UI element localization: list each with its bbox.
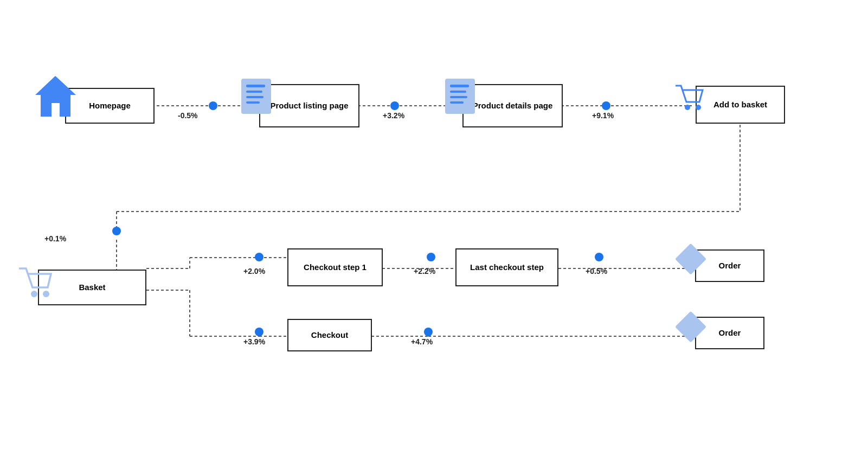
connector-lines bbox=[0, 0, 868, 474]
basket-node[interactable]: Basket bbox=[38, 270, 146, 305]
listing-icon-2 bbox=[442, 76, 478, 119]
pct-label-8: +3.9% bbox=[243, 337, 265, 346]
svg-rect-33 bbox=[450, 96, 467, 98]
home-icon bbox=[33, 73, 79, 122]
svg-rect-34 bbox=[450, 101, 464, 104]
checkout-step1-node[interactable]: Checkout step 1 bbox=[287, 248, 383, 286]
pct-label-7: +0.5% bbox=[586, 267, 607, 276]
svg-rect-27 bbox=[246, 91, 262, 93]
svg-rect-31 bbox=[450, 85, 469, 87]
svg-rect-40 bbox=[675, 311, 706, 343]
add-to-basket-node[interactable]: Add to basket bbox=[696, 86, 785, 124]
svg-point-38 bbox=[43, 291, 49, 297]
dot-9 bbox=[424, 328, 433, 336]
last-checkout-node[interactable]: Last checkout step bbox=[455, 248, 558, 286]
product-listing-node[interactable]: Product listing page bbox=[259, 84, 359, 127]
dot-5 bbox=[255, 253, 263, 261]
checkout-label: Checkout bbox=[306, 325, 353, 345]
flow-diagram: Homepage Product listing page Product de… bbox=[0, 0, 868, 474]
diamond-icon-1 bbox=[673, 241, 709, 279]
pct-label-4: +0.1% bbox=[44, 234, 66, 243]
order2-label: Order bbox=[713, 323, 747, 343]
product-details-label: Product details page bbox=[467, 96, 558, 116]
product-listing-label: Product listing page bbox=[265, 96, 353, 116]
cart-icon bbox=[671, 80, 706, 116]
add-to-basket-label: Add to basket bbox=[708, 95, 773, 114]
dot-6 bbox=[427, 253, 435, 261]
checkout-node[interactable]: Checkout bbox=[287, 319, 372, 351]
svg-point-37 bbox=[31, 291, 37, 297]
dot-3 bbox=[602, 101, 610, 110]
diamond-icon-2 bbox=[673, 309, 709, 347]
dot-4 bbox=[112, 227, 121, 235]
dot-1 bbox=[209, 101, 217, 110]
pct-label-3: +9.1% bbox=[592, 111, 614, 120]
dot-7 bbox=[595, 253, 603, 261]
order1-label: Order bbox=[713, 256, 747, 276]
svg-rect-29 bbox=[246, 101, 260, 104]
basket-label: Basket bbox=[73, 278, 111, 297]
svg-rect-26 bbox=[246, 85, 265, 87]
homepage-label: Homepage bbox=[83, 96, 136, 116]
svg-point-35 bbox=[685, 105, 690, 110]
basket-icon bbox=[16, 260, 54, 301]
dot-2 bbox=[390, 101, 399, 110]
pct-label-2: +3.2% bbox=[383, 111, 404, 120]
last-checkout-label: Last checkout step bbox=[465, 258, 549, 277]
svg-marker-24 bbox=[35, 76, 76, 117]
pct-label-1: -0.5% bbox=[178, 111, 198, 120]
pct-label-5: +2.0% bbox=[243, 267, 265, 276]
svg-rect-28 bbox=[246, 96, 263, 98]
pct-label-9: +4.7% bbox=[411, 337, 433, 346]
checkout-step1-label: Checkout step 1 bbox=[298, 258, 372, 277]
svg-rect-39 bbox=[675, 244, 706, 275]
listing-icon-1 bbox=[239, 76, 274, 119]
svg-rect-32 bbox=[450, 91, 466, 93]
pct-label-6: +2.2% bbox=[414, 267, 435, 276]
svg-point-36 bbox=[696, 105, 701, 110]
dot-8 bbox=[255, 328, 263, 336]
